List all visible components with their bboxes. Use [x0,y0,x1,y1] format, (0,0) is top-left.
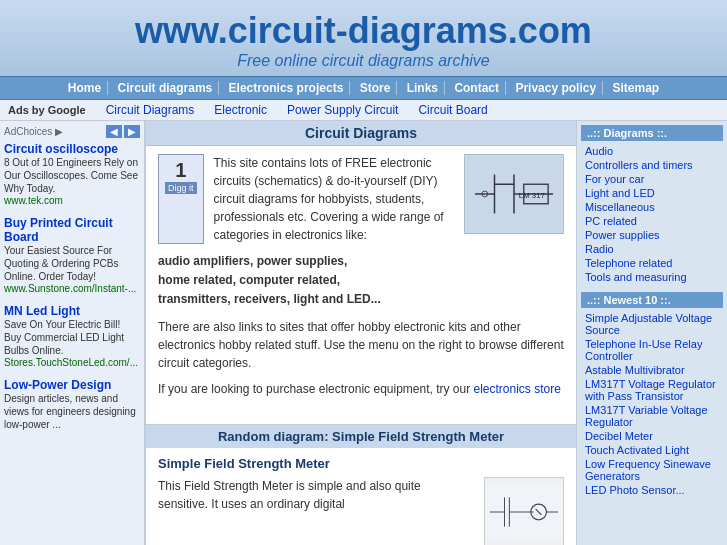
newest-telephone-relay[interactable]: Telephone In-Use Relay Controller [581,337,723,363]
newest-sinewave[interactable]: Low Frequency Sinewave Generators [581,457,723,483]
diagrams-radio[interactable]: Radio [581,242,723,256]
site-subtitle: Free online circuit diagrams archive [0,52,727,70]
ad-next-button[interactable]: ▶ [124,125,140,138]
diagrams-section-header: ..:: Diagrams ::. [581,125,723,141]
diagrams-audio[interactable]: Audio [581,144,723,158]
center-section-title: Circuit Diagrams [146,121,576,146]
adchoices-label: AdChoices ▶ [4,126,63,137]
navbar: Home Circuit diagrams Electronics projec… [0,76,727,100]
digg-button[interactable]: Digg it [165,182,197,194]
purchase-text: If you are looking to purchase electroni… [158,382,474,396]
random-diagram-title: Random diagram: Simple Field Strength Me… [146,425,576,448]
nav-store[interactable]: Store [354,81,398,95]
diagrams-telephone[interactable]: Telephone related [581,256,723,270]
info-paragraph: There are also links to sites that offer… [158,318,564,372]
intro-text-container: LM 317 This site contains lots of FREE e… [214,154,564,244]
diagrams-power[interactable]: Power supplies [581,228,723,242]
ad-item-led: MN Led Light Save On Your Electric Bill!… [4,304,140,368]
ad-desc-led: Save On Your Electric Bill! Buy Commerci… [4,318,140,357]
digg-box: 1 Digg it [158,154,204,244]
ad-header: AdChoices ▶ ◀ ▶ [4,125,140,138]
ad-desc-pcb: Your Easiest Source For Quoting & Orderi… [4,244,140,283]
nav-contact[interactable]: Contact [448,81,506,95]
newest-decibel[interactable]: Decibel Meter [581,429,723,443]
svg-text:LM 317: LM 317 [519,191,545,200]
ad-url-oscilloscope: www.tek.com [4,195,140,206]
ads-by-google-label: Ads by Google [8,104,86,116]
ad-url-led: Stores.TouchStoneLed.com/... [4,357,140,368]
main-layout: AdChoices ▶ ◀ ▶ Circuit oscilloscope 8 O… [0,121,727,545]
center-content: Circuit Diagrams 1 Digg it [145,121,577,545]
newest-led-photo[interactable]: LED Photo Sensor... [581,483,723,497]
diagrams-controllers[interactable]: Controllers and timers [581,158,723,172]
purchase-paragraph: If you are looking to purchase electroni… [158,380,564,398]
newest-section: ..:: Newest 10 ::. Simple Adjustable Vol… [581,292,723,497]
random-diagram-name: Simple Field Strength Meter [158,456,564,471]
ad-item-lowpower: Low-Power Design Design articles, news a… [4,378,140,431]
random-diagram-image [484,477,564,545]
ad-link-lowpower[interactable]: Low-Power Design [4,378,111,392]
diagrams-car[interactable]: For your car [581,172,723,186]
ad-item-oscilloscope: Circuit oscilloscope 8 Out of 10 Enginee… [4,142,140,206]
newest-lm317t-variable[interactable]: LM317T Variable Voltage Regulator [581,403,723,429]
site-header: www.circuit-diagrams.com Free online cir… [0,0,727,76]
ad-desc-oscilloscope: 8 Out of 10 Engineers Rely on Our Oscill… [4,156,140,195]
nav-home[interactable]: Home [62,81,108,95]
nav-privacy-policy[interactable]: Privacy policy [509,81,603,95]
ad-link-oscilloscope[interactable]: Circuit oscilloscope [4,142,118,156]
category-list: audio amplifiers, power supplies,home re… [158,252,564,310]
right-sidebar: ..:: Diagrams ::. Audio Controllers and … [577,121,727,545]
diagrams-pc[interactable]: PC related [581,214,723,228]
ad-link-led[interactable]: MN Led Light [4,304,80,318]
electronics-store-link[interactable]: electronics store [474,382,561,396]
diagrams-section: ..:: Diagrams ::. Audio Controllers and … [581,125,723,284]
random-diagram-section: Random diagram: Simple Field Strength Me… [146,424,576,521]
ad-link-pcb[interactable]: Buy Printed Circuit Board [4,216,113,244]
adbar-link-electronic[interactable]: Electronic [214,103,267,117]
circuit-diagram-image: LM 317 [464,154,564,234]
adbar: Ads by Google Circuit Diagrams Electroni… [0,100,727,121]
nav-electronics-projects[interactable]: Electronics projects [223,81,351,95]
ad-prev-button[interactable]: ◀ [106,125,122,138]
digg-count: 1 [165,159,197,182]
newest-section-header: ..:: Newest 10 ::. [581,292,723,308]
center-body: 1 Digg it LM 3 [146,146,576,414]
newest-astable[interactable]: Astable Multivibrator [581,363,723,377]
newest-touch-light[interactable]: Touch Activated Light [581,443,723,457]
newest-adjustable-voltage[interactable]: Simple Adjustable Voltage Source [581,311,723,337]
ad-desc-lowpower: Design articles, news and views for engi… [4,392,140,431]
diagrams-tools[interactable]: Tools and measuring [581,270,723,284]
digg-section: 1 Digg it LM 3 [158,154,564,244]
diagrams-miscellaneous[interactable]: Miscellaneous [581,200,723,214]
ad-url-pcb: www.Sunstone.com/Instant-... [4,283,140,294]
diagrams-light-led[interactable]: Light and LED [581,186,723,200]
nav-links[interactable]: Links [401,81,445,95]
newest-lm317t-pass[interactable]: LM317T Voltage Regulator with Pass Trans… [581,377,723,403]
adbar-link-circuit-diagrams[interactable]: Circuit Diagrams [106,103,195,117]
site-title-link[interactable]: www.circuit-diagrams.com [135,10,592,51]
nav-circuit-diagrams[interactable]: Circuit diagrams [112,81,220,95]
ad-item-pcb: Buy Printed Circuit Board Your Easiest S… [4,216,140,294]
adbar-link-power-supply[interactable]: Power Supply Circuit [287,103,398,117]
adbar-link-circuit-board[interactable]: Circuit Board [418,103,487,117]
random-diagram-body: Simple Field Strength Meter This Field S… [146,448,576,521]
nav-sitemap[interactable]: Sitemap [606,81,665,95]
left-sidebar: AdChoices ▶ ◀ ▶ Circuit oscilloscope 8 O… [0,121,145,545]
ad-nav: ◀ ▶ [106,125,140,138]
